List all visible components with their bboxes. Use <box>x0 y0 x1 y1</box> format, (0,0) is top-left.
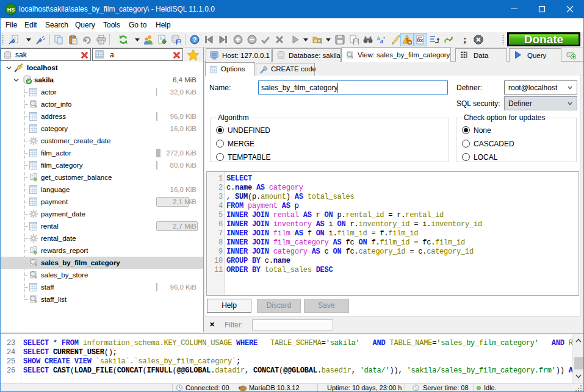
svg-text:HS: HS <box>7 7 15 13</box>
svg-text:0x: 0x <box>417 37 423 43</box>
svg-text:a: a <box>380 38 383 45</box>
svg-text:?: ? <box>193 37 196 43</box>
